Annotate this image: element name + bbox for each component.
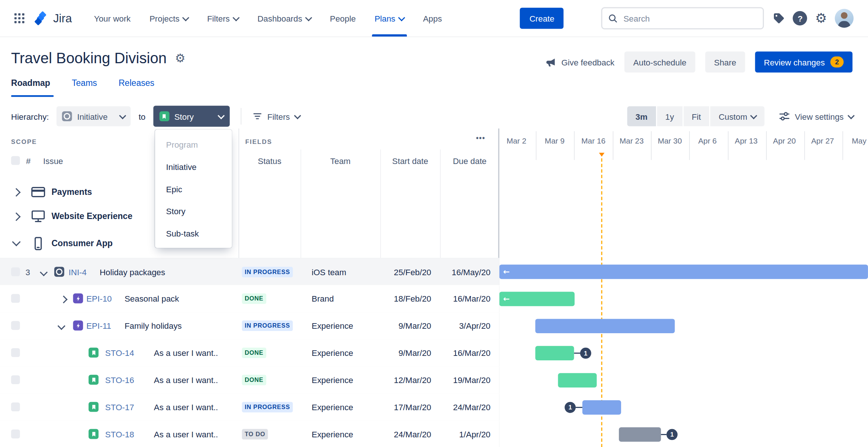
gantt-bar-INI-4[interactable]: ←: [499, 265, 868, 279]
timeline-date-label: Apr 13: [735, 136, 758, 145]
filter-icon: [253, 111, 263, 121]
give-feedback-button[interactable]: Give feedback: [546, 57, 614, 67]
issue-key-link[interactable]: STO-17: [105, 393, 134, 421]
select-all-checkbox[interactable]: [11, 156, 20, 165]
create-button[interactable]: Create: [520, 8, 564, 29]
nav-apps[interactable]: Apps: [423, 0, 442, 36]
auto-schedule-button[interactable]: Auto-schedule: [624, 51, 695, 73]
view-settings-button[interactable]: View settings: [779, 111, 853, 122]
row-checkbox[interactable]: [11, 430, 20, 438]
zoom-fit-button[interactable]: Fit: [684, 106, 709, 126]
nav-plans[interactable]: Plans: [374, 0, 404, 36]
issue-row-EPI-11[interactable]: EPI-11 Family holidays IN PROGRESS Exper…: [0, 312, 499, 340]
expand-chevron-icon[interactable]: [12, 188, 20, 196]
issue-summary: Family holidays: [125, 312, 182, 340]
brand-text: Jira: [53, 12, 72, 25]
collapse-chevron-icon[interactable]: [58, 322, 65, 330]
issue-key-link[interactable]: EPI-11: [86, 312, 111, 340]
gantt-bar-EPI-11[interactable]: [535, 319, 675, 333]
gantt-bar-STO-16[interactable]: [558, 373, 597, 387]
app-switcher-icon[interactable]: [15, 13, 25, 23]
menu-item-subtask[interactable]: Sub-task: [155, 222, 232, 244]
help-icon[interactable]: ?: [793, 11, 807, 26]
monitor-icon: [31, 210, 45, 223]
user-avatar[interactable]: [835, 9, 854, 28]
gantt-bar-STO-14[interactable]: [535, 346, 574, 360]
expand-chevron-icon[interactable]: [12, 212, 20, 221]
chevron-down-icon: [182, 14, 189, 21]
gantt-bar-EPI-10[interactable]: ←: [499, 292, 575, 306]
status-badge: IN PROGRESS: [242, 267, 293, 277]
issue-key-link[interactable]: INI-4: [69, 258, 87, 286]
hierarchy-from-dropdown[interactable]: Initiative: [57, 106, 131, 126]
row-checkbox[interactable]: [11, 267, 20, 276]
row-checkbox[interactable]: [11, 402, 20, 411]
nav-filters[interactable]: Filters: [207, 0, 239, 36]
week-tick: [651, 131, 651, 160]
due-date-cell: 3/Apr/20: [440, 312, 490, 340]
expand-chevron-icon[interactable]: [60, 296, 68, 303]
issue-row-STO-18[interactable]: STO-18 As a user I want.. TO DO Experien…: [0, 421, 499, 447]
zoom-custom-button[interactable]: Custom: [710, 106, 764, 126]
issue-row-STO-14[interactable]: STO-14 As a user I want.. DONE Experienc…: [0, 339, 499, 367]
timeline-date-label: Mar 16: [581, 136, 605, 145]
menu-item-epic[interactable]: Epic: [155, 178, 232, 200]
story-type-icon: [89, 429, 99, 439]
release-count-badge[interactable]: 1: [666, 429, 678, 440]
search-box[interactable]: [601, 7, 764, 29]
chevron-down-icon: [750, 112, 757, 119]
gantt-bar-STO-18[interactable]: [619, 427, 661, 442]
share-button[interactable]: Share: [705, 51, 745, 73]
menu-item-story[interactable]: Story: [155, 200, 232, 222]
issue-summary: Holiday packages: [100, 258, 165, 286]
release-count-badge[interactable]: 1: [580, 348, 591, 359]
issue-row-STO-16[interactable]: STO-16 As a user I want.. DONE Experienc…: [0, 366, 499, 394]
nav-people[interactable]: People: [330, 0, 356, 36]
week-tick: [728, 131, 728, 160]
nav-your-work[interactable]: Your work: [94, 0, 131, 36]
issue-row-STO-17[interactable]: STO-17 As a user I want.. IN PROGRESS Ex…: [0, 393, 499, 421]
tag-icon[interactable]: [773, 12, 785, 25]
issue-key-link[interactable]: STO-14: [105, 339, 134, 366]
hierarchy-to-dropdown[interactable]: Story: [153, 106, 229, 127]
start-date-cell: 9/Mar/20: [380, 312, 431, 340]
issue-row-INI-4[interactable]: 3 INI-4 Holiday packages IN PROGRESS iOS…: [0, 258, 499, 286]
jira-logo[interactable]: Jira: [34, 10, 72, 26]
collapse-chevron-icon[interactable]: [40, 268, 48, 276]
issue-key-link[interactable]: EPI-10: [86, 285, 112, 312]
review-changes-button[interactable]: Review changes 2: [755, 51, 852, 73]
search-input[interactable]: [622, 13, 757, 23]
row-checkbox[interactable]: [11, 321, 20, 330]
row-checkbox[interactable]: [11, 348, 20, 357]
timeline-date-label: Mar 2: [507, 136, 526, 145]
gantt-bar-STO-17[interactable]: [582, 400, 621, 415]
tab-releases[interactable]: Releases: [119, 78, 154, 95]
zoom-3m-button[interactable]: 3m: [627, 106, 656, 126]
start-date-cell: 25/Feb/20: [380, 258, 431, 286]
issue-key-link[interactable]: STO-16: [105, 366, 134, 393]
tab-teams[interactable]: Teams: [72, 78, 97, 95]
filters-button[interactable]: Filters: [253, 111, 300, 121]
nav-dashboards[interactable]: Dashboards: [257, 0, 311, 36]
status-badge: IN PROGRESS: [242, 321, 293, 331]
team-cell: Experience: [312, 366, 353, 393]
release-count-badge[interactable]: 1: [565, 402, 576, 413]
fields-more-button[interactable]: •••: [476, 134, 485, 142]
tab-roadmap[interactable]: Roadmap: [11, 78, 50, 95]
sliders-icon: [779, 111, 790, 122]
collapse-chevron-icon[interactable]: [12, 237, 20, 246]
story-type-icon: [89, 375, 99, 385]
plan-settings-gear-icon[interactable]: ⚙: [175, 52, 186, 64]
nav-projects[interactable]: Projects: [150, 0, 188, 36]
timeline-date-label: Apr 6: [698, 136, 717, 145]
issue-key-link[interactable]: STO-18: [105, 421, 134, 447]
issue-row-EPI-10[interactable]: EPI-10 Seasonal pack DONE Brand 18/Feb/2…: [0, 285, 499, 313]
zoom-1y-button[interactable]: 1y: [657, 106, 682, 126]
row-checkbox[interactable]: [11, 375, 20, 384]
row-checkbox[interactable]: [11, 294, 20, 303]
plan-tabs: Roadmap Teams Releases: [11, 78, 154, 95]
epic-type-icon: [73, 293, 83, 303]
settings-gear-icon[interactable]: ⚙: [815, 12, 827, 25]
initiative-type-icon: [54, 267, 64, 277]
menu-item-initiative[interactable]: Initiative: [155, 155, 232, 178]
